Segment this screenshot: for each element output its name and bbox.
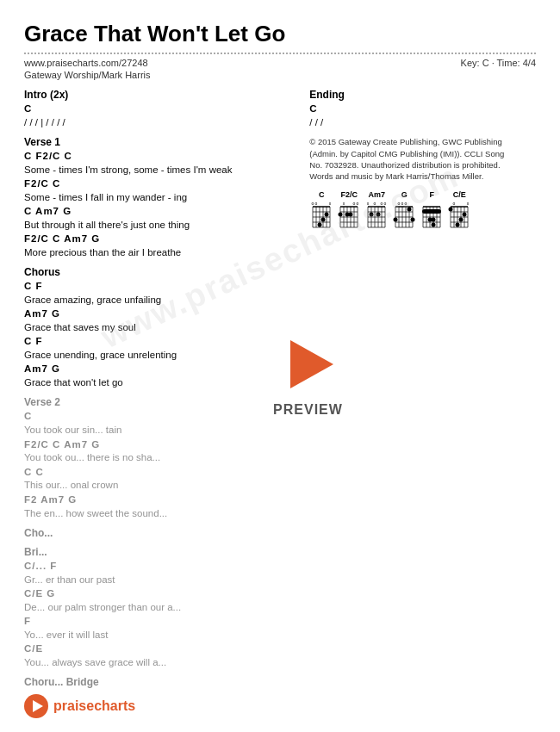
svg-point-64 — [411, 218, 415, 222]
svg-point-63 — [408, 208, 412, 212]
page: Grace That Won't Let Go www.praisecharts… — [0, 0, 560, 732]
svg-text:x: x — [329, 201, 332, 206]
right-column: Ending C / / / © 2015 Gateway Create Pub… — [309, 89, 536, 695]
divider — [24, 53, 536, 54]
chorus2-title: Cho... — [24, 527, 296, 539]
intro-chord: C — [24, 102, 296, 115]
chorus-section: Chorus C F Grace amazing, grace unfailin… — [24, 266, 296, 389]
verse2-line-3: C C This our... onal crown — [24, 466, 296, 493]
svg-text:o: o — [401, 201, 404, 206]
svg-text:o: o — [453, 201, 456, 206]
svg-text:o: o — [312, 201, 314, 206]
svg-rect-79 — [422, 209, 441, 214]
svg-text:o: o — [381, 201, 383, 206]
verse1-title: Verse 1 — [24, 136, 296, 148]
chorus-line-1: C F Grace amazing, grace unfailing — [24, 280, 296, 307]
intro-section: Intro (2x) C / / / | / / / / — [24, 89, 296, 129]
chorus-line-3: C F Grace unending, grace unrelenting — [24, 335, 296, 362]
title: Grace That Won't Let Go — [24, 21, 536, 47]
svg-text:o: o — [353, 201, 356, 206]
ending-chord: C — [309, 102, 536, 115]
svg-point-96 — [459, 218, 464, 222]
svg-text:o: o — [405, 201, 408, 206]
svg-point-62 — [394, 218, 398, 222]
url: www.praisecharts.com/27248 — [24, 58, 148, 68]
svg-text:o: o — [315, 201, 318, 206]
chord-diagram-Am7: Am7 x — [364, 190, 389, 231]
chorus-bridge-title: Choru... Bridge — [24, 676, 296, 688]
author: Gateway Worship/Mark Harris — [24, 70, 536, 80]
copyright-text: © 2015 Gateway Create Publishing, GWC Pu… — [309, 136, 516, 182]
svg-text:o: o — [384, 201, 387, 206]
verse2-title: Verse 2 — [24, 396, 296, 408]
bridge-line-4: C/E You... always save grace will a... — [24, 642, 296, 669]
chorus2-section: Cho... — [24, 527, 296, 539]
logo-icon — [24, 694, 48, 718]
chord-svg-Am7: x o o o — [364, 200, 389, 231]
chord-svg-G: o o o — [392, 200, 416, 231]
chorus-bridge-section: Choru... Bridge — [24, 676, 296, 688]
svg-point-94 — [449, 208, 453, 212]
logo-pre: pr — [53, 698, 67, 713]
svg-point-12 — [321, 218, 326, 222]
verse1-line-1: C F2/C C Some - times I'm strong, some -… — [24, 150, 296, 177]
verse2-line-2: F2/C C Am7 G You took ou... there is no … — [24, 438, 296, 465]
svg-point-82 — [432, 223, 436, 227]
left-column: Intro (2x) C / / / | / / / / Verse 1 C F… — [24, 89, 296, 695]
key-time: Key: C · Time: 4/4 — [461, 58, 536, 68]
bottom-logo: praisecharts — [24, 694, 135, 718]
verse1-section: Verse 1 C F2/C C Some - times I'm strong… — [24, 136, 296, 259]
svg-point-81 — [432, 218, 436, 222]
verse1-line-4: F2/C C Am7 G More precious than the air … — [24, 233, 296, 259]
ending-rhythm: / / / — [309, 115, 536, 129]
chorus-title: Chorus — [24, 266, 296, 278]
chord-svg-C: o o x — [309, 200, 333, 231]
verse1-line-2: F2/C C Some - times I fall in my wander … — [24, 177, 296, 204]
chorus-line-4: Am7 G Grace that won't let go — [24, 363, 296, 389]
svg-text:o: o — [357, 201, 359, 206]
intro-title: Intro (2x) — [24, 89, 296, 101]
svg-text:o: o — [398, 201, 401, 206]
bridge-line-3: F Yo... ever it will last — [24, 615, 296, 642]
bridge-line-2: C/E G De... our palm stronger than our a… — [24, 587, 296, 614]
verse2-section: Verse 2 C You took our sin... tain F2/C … — [24, 396, 296, 519]
chord-svg-F — [420, 200, 444, 231]
svg-point-11 — [325, 213, 329, 217]
svg-point-13 — [318, 223, 322, 227]
svg-text:x: x — [343, 201, 345, 206]
chord-diagram-F: F — [420, 190, 444, 231]
ending-title: Ending — [309, 89, 536, 101]
logo-play-icon — [33, 700, 43, 712]
bridge-title: Bri... — [24, 546, 296, 558]
intro-rhythm: / / / | / / / / — [24, 115, 296, 129]
logo-post: charts — [94, 698, 135, 713]
svg-point-28 — [339, 213, 343, 217]
logo-brand: aise — [67, 698, 94, 713]
svg-point-46 — [376, 213, 381, 217]
svg-text:x: x — [467, 201, 470, 206]
ending-section: Ending C / / / — [309, 89, 536, 129]
verse1-line-3: C Am7 G But through it all there's just … — [24, 205, 296, 232]
main-content: Intro (2x) C / / / | / / / / Verse 1 C F… — [24, 89, 536, 695]
meta-row: www.praisecharts.com/27248 Key: C · Time… — [24, 58, 536, 68]
logo-text: praisecharts — [53, 698, 135, 714]
svg-point-30 — [349, 213, 353, 217]
chord-svg-CE: o x — [447, 200, 471, 231]
verse2-line-1: C You took our sin... tain — [24, 410, 296, 437]
svg-text:x: x — [367, 201, 370, 206]
svg-point-97 — [456, 223, 460, 227]
svg-text:o: o — [374, 201, 376, 206]
bridge-section: Bri... C/... F Gr... er than our past C/… — [24, 546, 296, 669]
chorus-line-2: Am7 G Grace that saves my soul — [24, 307, 296, 334]
chord-diagram-C: C — [309, 190, 333, 231]
svg-point-95 — [463, 213, 467, 217]
verse2-line-4: F2 Am7 G The en... how sweet the sound..… — [24, 493, 296, 520]
chord-diagram-G: G — [392, 190, 416, 231]
chord-diagrams: C — [309, 190, 536, 231]
chord-diagram-CE: C/E — [447, 190, 471, 231]
bridge-line-1: C/... F Gr... er than our past — [24, 560, 296, 586]
chord-svg-F2C: x o o — [337, 200, 361, 231]
svg-point-45 — [370, 213, 374, 217]
chord-diagram-F2C: F2/C — [337, 190, 361, 231]
